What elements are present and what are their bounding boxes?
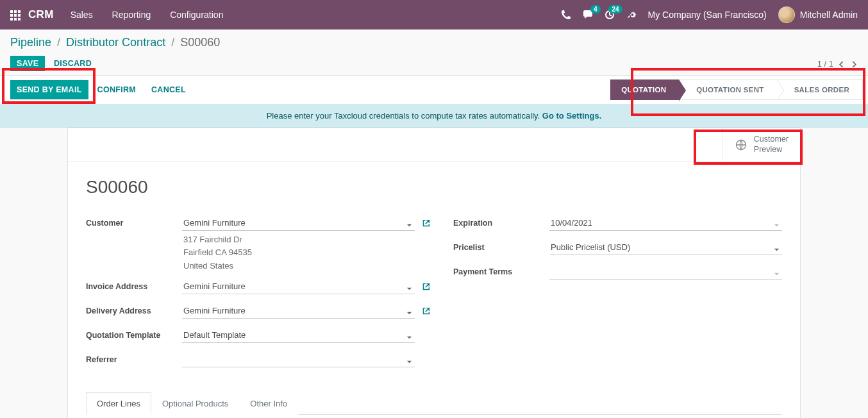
svg-rect-0 xyxy=(10,10,13,13)
svg-rect-2 xyxy=(18,10,21,13)
invoice-address-field[interactable]: Gemini Furniture xyxy=(182,279,415,294)
label-referrer: Referrer xyxy=(86,352,182,364)
tab-order-lines[interactable]: Order Lines xyxy=(86,392,151,415)
stage-sales-order[interactable]: SALES ORDER xyxy=(777,79,863,100)
external-link-icon[interactable] xyxy=(422,306,430,315)
svg-rect-7 xyxy=(14,18,17,21)
col-unit-price: Unit Price xyxy=(547,415,611,418)
pager-next-icon[interactable] xyxy=(851,59,858,69)
label-invoice-address: Invoice Address xyxy=(86,279,182,291)
caret-down-icon xyxy=(774,220,780,230)
external-link-icon[interactable] xyxy=(422,218,430,228)
col-uom: UoM xyxy=(496,415,547,418)
payment-terms-field[interactable] xyxy=(549,264,782,280)
discard-button[interactable]: DISCARD xyxy=(47,56,98,71)
caret-down-icon xyxy=(406,283,412,293)
form-sheet: Customer Preview S00060 Customer Gemini … xyxy=(67,128,801,418)
taxcloud-banner: Please enter your Taxcloud credentials t… xyxy=(0,104,868,128)
expiration-field[interactable]: 10/04/2021 xyxy=(549,215,782,231)
nav-menu-reporting[interactable]: Reporting xyxy=(112,10,151,20)
breadcrumb-opportunity[interactable]: Distributor Contract xyxy=(66,36,165,49)
stage-quotation[interactable]: QUOTATION xyxy=(610,79,680,100)
caret-down-icon xyxy=(406,356,412,366)
col-quantity: Quantity xyxy=(419,415,476,418)
svg-rect-3 xyxy=(10,14,13,17)
pager: 1 / 1 xyxy=(817,59,858,69)
breadcrumb-current: S00060 xyxy=(180,36,220,49)
columns-menu-icon[interactable]: ⋮ xyxy=(764,415,782,418)
user-name: Mitchell Admin xyxy=(800,10,858,20)
send-by-email-button[interactable]: SEND BY EMAIL xyxy=(10,80,88,99)
nav-menu-configuration[interactable]: Configuration xyxy=(170,10,223,20)
breadcrumb-pipeline[interactable]: Pipeline xyxy=(10,36,51,49)
pager-value[interactable]: 1 / 1 xyxy=(817,59,833,69)
phone-icon[interactable] xyxy=(561,10,571,20)
label-payment-terms: Payment Terms xyxy=(453,264,549,276)
svg-rect-8 xyxy=(18,18,21,21)
confirm-button[interactable]: CONFIRM xyxy=(91,80,142,99)
user-menu[interactable]: Mitchell Admin xyxy=(778,6,858,23)
caret-down-icon xyxy=(406,308,412,317)
record-title: S00060 xyxy=(86,177,782,197)
apps-icon[interactable] xyxy=(10,10,21,20)
tab-other-info[interactable]: Other Info xyxy=(239,392,298,415)
col-subtotal: Subtotal xyxy=(675,415,746,418)
control-panel: Pipeline / Distributor Contract / S00060… xyxy=(0,29,868,71)
cancel-button[interactable]: CANCEL xyxy=(145,80,192,99)
button-box: Customer Preview xyxy=(68,128,800,162)
caret-down-icon xyxy=(774,244,780,254)
app-brand[interactable]: CRM xyxy=(28,8,54,21)
messaging-icon[interactable]: 4 xyxy=(583,10,593,20)
stage-quotation-sent[interactable]: QUOTATION SENT xyxy=(679,79,777,100)
nav-menu-sales[interactable]: Sales xyxy=(71,10,93,20)
svg-rect-4 xyxy=(14,14,17,17)
referrer-field[interactable] xyxy=(182,352,415,367)
caret-down-icon xyxy=(406,332,412,342)
label-customer: Customer xyxy=(86,215,182,228)
debug-icon[interactable] xyxy=(626,10,637,20)
caret-down-icon xyxy=(406,220,412,230)
label-delivery-address: Delivery Address xyxy=(86,303,182,315)
pricelist-field[interactable]: Public Pricelist (USD) xyxy=(549,240,782,255)
nav-menu: Sales Reporting Configuration xyxy=(71,10,240,20)
breadcrumb: Pipeline / Distributor Contract / S00060 xyxy=(10,36,858,49)
activity-icon[interactable]: 24 xyxy=(605,10,615,20)
label-pricelist: Pricelist xyxy=(453,240,549,252)
go-to-settings-link[interactable]: Go to Settings. xyxy=(542,111,601,121)
customer-field[interactable]: Gemini Furniture xyxy=(182,215,415,231)
pager-prev-icon[interactable] xyxy=(839,59,846,69)
save-button[interactable]: SAVE xyxy=(10,56,45,71)
external-link-icon[interactable] xyxy=(422,281,430,291)
status-bar: SEND BY EMAIL CONFIRM CANCEL QUOTATION Q… xyxy=(0,75,868,104)
tabs: Order Lines Optional Products Other Info xyxy=(86,392,782,415)
avatar xyxy=(778,6,795,23)
svg-rect-5 xyxy=(18,14,21,17)
customer-preview-button[interactable]: Customer Preview xyxy=(722,128,800,161)
top-nav: CRM Sales Reporting Configuration 4 24 M… xyxy=(0,0,868,29)
col-description: Description xyxy=(269,415,419,418)
caret-down-icon xyxy=(774,269,780,278)
col-tax: Tax xyxy=(611,415,675,418)
stage-widget: QUOTATION QUOTATION SENT SALES ORDER xyxy=(611,76,868,104)
company-switcher[interactable]: My Company (San Francisco) xyxy=(648,10,767,20)
activity-badge: 24 xyxy=(608,5,622,13)
quotation-template-field[interactable]: Default Template xyxy=(182,328,415,343)
order-lines-table: Product Description Quantity UoM Unit Pr… xyxy=(86,415,782,418)
messaging-badge: 4 xyxy=(590,5,601,13)
svg-rect-1 xyxy=(14,10,17,13)
label-expiration: Expiration xyxy=(453,215,549,228)
customer-address: 317 Fairchild Dr Fairfield CA 94535 Unit… xyxy=(182,233,415,272)
label-quotation-template: Quotation Template xyxy=(86,328,182,340)
col-product: Product xyxy=(103,415,269,418)
svg-rect-6 xyxy=(10,18,13,21)
globe-icon xyxy=(735,138,747,151)
tab-optional-products[interactable]: Optional Products xyxy=(151,392,239,415)
delivery-address-field[interactable]: Gemini Furniture xyxy=(182,303,415,319)
